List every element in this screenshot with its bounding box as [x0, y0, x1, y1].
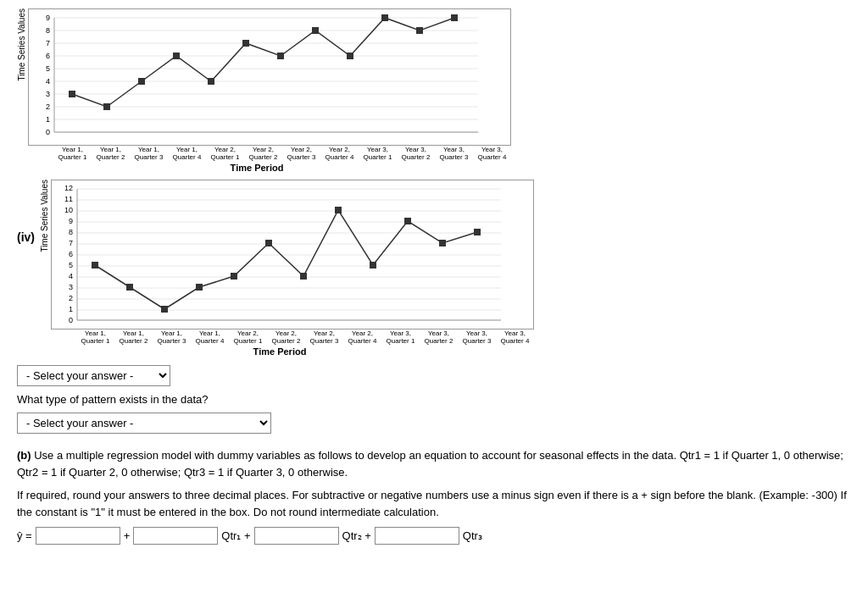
chart2-y-label: Time Series Values — [40, 180, 49, 252]
qtr3-input[interactable] — [375, 527, 459, 545]
svg-rect-67 — [265, 240, 272, 246]
chart2-label: (iv) — [17, 230, 35, 244]
svg-rect-69 — [335, 207, 342, 213]
svg-text:3: 3 — [69, 283, 73, 291]
svg-text:1: 1 — [69, 305, 73, 313]
answer2-select[interactable]: - Select your answer - Trend Seasonal Bo… — [17, 413, 271, 434]
svg-rect-25 — [173, 53, 180, 59]
svg-rect-33 — [451, 14, 458, 21]
qtr3-label: Qtr₃ — [463, 529, 482, 542]
y-hat-label: ŷ = — [17, 529, 32, 542]
answer1-select[interactable]: - Select your answer - Trend Seasonal Bo… — [17, 365, 170, 386]
chart2-svg: 0 1 2 3 4 5 6 7 8 9 10 11 12 — [52, 180, 509, 329]
svg-rect-27 — [242, 40, 249, 47]
part-b-label: (b) — [17, 449, 31, 462]
svg-rect-70 — [370, 262, 376, 269]
svg-rect-26 — [208, 78, 214, 85]
svg-rect-68 — [300, 273, 307, 280]
answer1-row: - Select your answer - Trend Seasonal Bo… — [17, 365, 851, 386]
svg-text:5: 5 — [46, 64, 50, 73]
svg-text:10: 10 — [64, 206, 73, 214]
svg-rect-63 — [126, 284, 133, 291]
chart1-area: 0 1 2 3 4 5 6 7 8 9 — [28, 8, 511, 146]
svg-rect-31 — [381, 14, 388, 21]
svg-text:4: 4 — [69, 272, 73, 280]
chart1-y-label: Time Series Values — [17, 8, 26, 81]
svg-rect-72 — [439, 240, 446, 246]
svg-text:0: 0 — [69, 316, 73, 324]
svg-text:6: 6 — [69, 250, 73, 258]
part-b-section: (b) Use a multiple regression model with… — [17, 447, 851, 545]
svg-text:1: 1 — [46, 115, 50, 124]
svg-text:6: 6 — [46, 52, 50, 60]
svg-text:0: 0 — [46, 128, 50, 136]
svg-text:11: 11 — [64, 195, 73, 203]
svg-rect-22 — [69, 91, 75, 97]
qtr1-input[interactable] — [133, 527, 218, 545]
svg-rect-71 — [404, 218, 411, 224]
svg-rect-62 — [92, 262, 98, 269]
svg-text:2: 2 — [69, 294, 73, 302]
part-b-text1: (b) Use a multiple regression model with… — [17, 447, 851, 480]
svg-rect-23 — [103, 103, 110, 110]
svg-text:12: 12 — [64, 184, 73, 192]
svg-rect-28 — [277, 53, 284, 59]
chart1-container: Time Series Values 0 1 2 — [17, 8, 851, 173]
svg-text:9: 9 — [46, 14, 50, 22]
qtr1-label: Qtr₁ + — [221, 529, 250, 542]
answer2-row: - Select your answer - Trend Seasonal Bo… — [17, 413, 851, 434]
qtr2-label: Qtr₂ + — [342, 529, 371, 542]
svg-text:7: 7 — [46, 39, 50, 47]
chart2-x-label: Time Period — [51, 346, 509, 357]
question-text: What type of pattern exists in the data? — [17, 393, 851, 406]
svg-text:9: 9 — [69, 217, 73, 225]
chart2-container: Time Series Values — [40, 180, 534, 357]
svg-rect-32 — [416, 27, 423, 34]
svg-text:7: 7 — [69, 239, 73, 247]
svg-text:4: 4 — [46, 77, 50, 86]
chart1-svg: 0 1 2 3 4 5 6 7 8 9 — [29, 9, 487, 145]
svg-rect-64 — [161, 306, 168, 313]
qtr2-input[interactable] — [254, 527, 339, 545]
constant-input[interactable] — [36, 527, 120, 545]
chart2-area: 0 1 2 3 4 5 6 7 8 9 10 11 12 — [51, 180, 534, 329]
svg-rect-66 — [231, 273, 237, 280]
svg-text:8: 8 — [46, 26, 50, 35]
svg-text:3: 3 — [46, 90, 50, 98]
svg-text:5: 5 — [69, 261, 73, 269]
svg-rect-73 — [474, 229, 481, 235]
svg-rect-24 — [138, 78, 145, 85]
plus1-label: + — [124, 529, 131, 542]
svg-text:2: 2 — [46, 102, 50, 111]
svg-text:8: 8 — [69, 228, 73, 236]
svg-rect-65 — [196, 284, 203, 291]
svg-rect-29 — [312, 27, 319, 34]
chart2-x-ticks: Year 1,Quarter 1 Year 1,Quarter 2 Year 1… — [76, 329, 534, 345]
equation-row: ŷ = + Qtr₁ + Qtr₂ + Qtr₃ — [17, 527, 851, 545]
part-b-text2: If required, round your answers to three… — [17, 487, 851, 520]
chart1-x-label: Time Period — [28, 163, 486, 173]
svg-rect-30 — [347, 53, 353, 59]
